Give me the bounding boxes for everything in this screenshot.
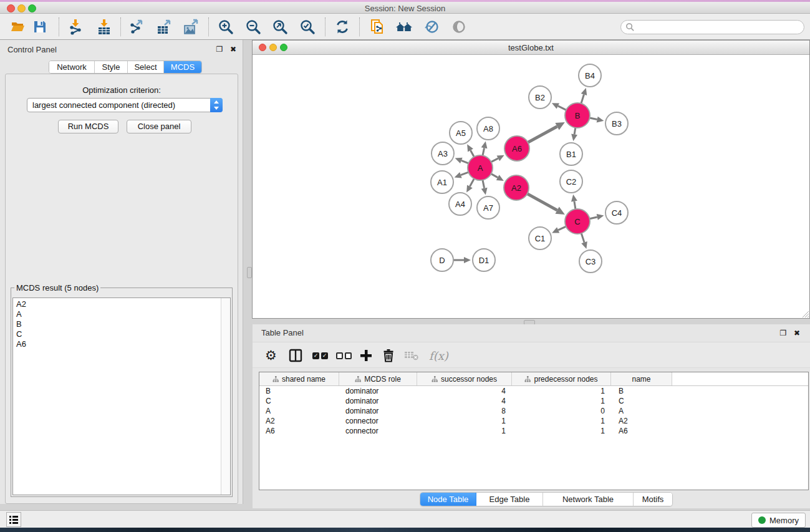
export-image-button[interactable] [181, 17, 202, 37]
refresh-button[interactable] [332, 17, 353, 37]
open-file-button[interactable] [7, 17, 29, 37]
graph-node[interactable]: B3 [605, 112, 628, 135]
tab-style[interactable]: Style [95, 61, 128, 73]
table-cell[interactable]: C [259, 396, 339, 406]
graph-node[interactable]: A3 [432, 142, 454, 165]
table-cell[interactable]: 1 [512, 416, 611, 426]
hide-panel-button[interactable] [420, 17, 441, 37]
show-panel-button[interactable] [448, 17, 470, 37]
float-panel-button[interactable]: ❐ [779, 329, 788, 337]
delete-column-button[interactable] [382, 347, 395, 364]
table-cell[interactable]: connector [339, 426, 417, 436]
save-session-button[interactable] [29, 17, 51, 37]
graph-node[interactable]: D [431, 249, 453, 271]
table-cell[interactable]: A2 [259, 416, 339, 426]
export-table-button[interactable] [153, 17, 175, 37]
column-header[interactable]: name [611, 372, 672, 385]
float-panel-button[interactable]: ❐ [215, 45, 224, 54]
unselect-all-button[interactable] [336, 347, 354, 364]
tab-node-table[interactable]: Node Table [420, 493, 476, 506]
tab-motifs[interactable]: Motifs [634, 493, 672, 506]
network-canvas[interactable]: B4B2BB3A8A5A6A3B1AA1C2A2A4A7C4CC1C3DD1 [253, 55, 809, 318]
table-cell[interactable]: 1 [417, 426, 512, 436]
splitter-handle[interactable] [247, 267, 252, 278]
mcds-result-item[interactable]: A [13, 309, 220, 319]
column-header[interactable]: shared name [259, 372, 339, 385]
mcds-result-item[interactable]: B [13, 319, 220, 329]
graph-node[interactable]: A4 [449, 193, 471, 215]
graph-node[interactable]: A [468, 155, 493, 180]
close-panel-button[interactable]: ✖ [229, 45, 238, 54]
task-history-button[interactable] [6, 512, 21, 527]
graph-node[interactable]: C4 [605, 201, 628, 224]
close-panel-button[interactable]: ✖ [793, 329, 801, 337]
table-cell[interactable]: dominator [339, 386, 417, 396]
graph-node[interactable]: B1 [560, 143, 582, 165]
duplicate-network-button[interactable] [367, 17, 388, 37]
tab-network-table[interactable]: Network Table [543, 493, 634, 506]
zoom-out-button[interactable] [243, 17, 264, 37]
table-cell[interactable]: B [259, 386, 339, 396]
titlebar[interactable]: Session: New Session [0, 2, 810, 14]
table-cell[interactable]: 1 [417, 416, 512, 426]
column-browser-button[interactable] [289, 347, 302, 364]
select-all-button[interactable]: ✓✓ [312, 347, 330, 364]
graph-node[interactable]: C2 [560, 170, 582, 193]
table-cell[interactable]: A [259, 406, 339, 416]
table-row[interactable]: A2connector11A2 [259, 416, 808, 426]
graph-node[interactable]: A2 [504, 175, 529, 200]
run-mcds-button[interactable]: Run MCDS [58, 120, 118, 133]
table-cell[interactable]: A [611, 406, 672, 416]
tab-network[interactable]: Network [49, 61, 95, 73]
zoom-fit-button[interactable] [269, 17, 291, 37]
table-row[interactable]: Cdominator41C [259, 396, 808, 406]
table-cell[interactable]: 0 [512, 406, 611, 416]
tab-select[interactable]: Select [128, 61, 164, 73]
tab-mcds[interactable]: MCDS [164, 61, 201, 73]
mcds-result-item[interactable]: C [13, 329, 220, 339]
import-network-button[interactable] [65, 17, 86, 37]
table-cell[interactable]: 1 [512, 386, 611, 396]
function-builder-button[interactable]: f(x) [429, 347, 448, 364]
graph-node[interactable]: B4 [579, 64, 601, 87]
graph-node[interactable]: A7 [477, 196, 499, 219]
graph-node[interactable]: A1 [431, 171, 453, 193]
graph-node[interactable]: A6 [504, 136, 529, 161]
resize-grip[interactable] [801, 309, 809, 317]
graph-node[interactable]: C3 [579, 250, 602, 273]
search-input[interactable] [635, 22, 804, 33]
zoom-in-button[interactable] [215, 17, 236, 37]
table-row[interactable]: A6connector11A6 [259, 426, 808, 436]
column-header[interactable]: predecessor nodes [512, 372, 611, 385]
create-column-button[interactable] [360, 347, 372, 364]
criterion-select[interactable]: largest connected component (directed) [27, 98, 223, 112]
graph-node[interactable]: B [565, 103, 590, 128]
delete-table-button-disabled[interactable] [404, 347, 419, 364]
mcds-result-item[interactable]: A6 [13, 339, 220, 349]
table-cell[interactable]: 1 [512, 396, 611, 406]
table-cell[interactable]: dominator [339, 396, 417, 406]
graph-node[interactable]: A5 [450, 122, 472, 144]
table-row[interactable]: Adominator80A [259, 406, 808, 416]
column-header[interactable]: MCDS role [339, 372, 417, 385]
table-cell[interactable]: 1 [512, 426, 611, 436]
table-cell[interactable]: C [611, 396, 672, 406]
import-table-button[interactable] [94, 17, 115, 37]
table-cell[interactable]: A2 [611, 416, 672, 426]
graph-node[interactable]: D1 [473, 249, 495, 271]
scrollbar-track[interactable] [221, 298, 230, 495]
graph-node[interactable]: C1 [529, 227, 551, 249]
table-cell[interactable]: A6 [611, 426, 672, 436]
network-window-titlebar[interactable]: testGlobe.txt [253, 41, 809, 55]
graph-node[interactable]: A8 [477, 117, 499, 140]
table-settings-button[interactable]: ⚙ [265, 347, 277, 364]
graph-node[interactable]: C [565, 209, 590, 234]
tab-edge-table[interactable]: Edge Table [476, 493, 543, 506]
memory-button[interactable]: Memory [751, 513, 806, 528]
column-header[interactable]: successor nodes [417, 372, 512, 385]
home-layout-button[interactable] [393, 17, 415, 37]
table-cell[interactable]: dominator [339, 406, 417, 416]
table-cell[interactable]: B [611, 386, 672, 396]
table-cell[interactable]: connector [339, 416, 417, 426]
mcds-result-item[interactable]: A2 [13, 299, 220, 309]
